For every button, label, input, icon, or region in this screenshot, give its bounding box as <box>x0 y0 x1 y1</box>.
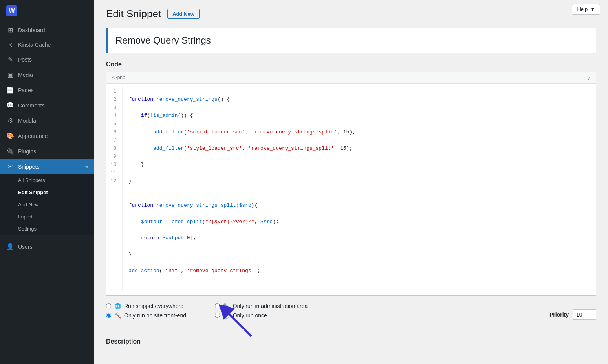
users-icon: 👤 <box>6 243 14 250</box>
sidebar-item-label: Snippets <box>18 164 39 170</box>
sidebar-item-comments[interactable]: 💬 Comments <box>0 98 94 113</box>
run-option-admin[interactable]: 🔧 Only run in administration area <box>215 303 308 309</box>
sidebar-item-label: Posts <box>18 56 32 63</box>
run-option-frontend[interactable]: 🔨 Only run on site front-end <box>106 312 199 318</box>
submenu-edit-snippet[interactable]: Edit Snippet <box>0 186 94 198</box>
add-new-button[interactable]: Add New <box>167 9 200 19</box>
sidebar-item-label: Users <box>18 244 33 250</box>
code-editor-header: <?php ? <box>106 72 596 84</box>
run-options: 🌐 Run snippet everywhere 🔧 Only run in a… <box>106 303 308 318</box>
run-option-everywhere[interactable]: 🌐 Run snippet everywhere <box>106 303 199 309</box>
description-label: Description <box>106 338 596 345</box>
main-content: Edit Snippet Add New Remove Query String… <box>94 0 608 364</box>
plugins-icon: 🔌 <box>6 147 14 155</box>
code-help-icon[interactable]: ? <box>587 75 590 81</box>
code-body[interactable]: 12345 678910 1112 function remove_query_… <box>106 84 596 295</box>
sidebar-item-modula[interactable]: ⚙ Modula <box>0 113 94 128</box>
code-content[interactable]: function remove_query_strings() { if(!is… <box>123 87 596 291</box>
sidebar-item-kinsta[interactable]: K Kinsta Cache <box>0 38 94 52</box>
sidebar: W ⊞ Dashboard K Kinsta Cache ✎ Posts ▣ M… <box>0 0 94 364</box>
sidebar-item-label: Comments <box>18 102 45 109</box>
dashboard-icon: ⊞ <box>6 26 14 34</box>
radio-everywhere[interactable] <box>106 303 111 308</box>
submenu-import[interactable]: Import <box>0 211 94 223</box>
sidebar-item-pages[interactable]: 📄 Pages <box>0 82 94 98</box>
sidebar-item-dashboard[interactable]: ⊞ Dashboard <box>0 22 94 38</box>
posts-icon: ✎ <box>6 56 14 63</box>
snippet-title-bar: Remove Query Strings <box>106 28 596 53</box>
sidebar-item-label: Dashboard <box>18 27 45 33</box>
submenu-all-snippets[interactable]: All Snippets <box>0 174 94 186</box>
comments-icon: 💬 <box>6 102 14 109</box>
appearance-icon: 🎨 <box>6 132 14 140</box>
run-option-once[interactable]: 🕐 Only run once <box>215 312 308 318</box>
wordpress-icon: W <box>6 5 17 16</box>
tool-icon: 🔨 <box>114 312 121 318</box>
snippets-icon: ✂ <box>6 163 14 170</box>
sidebar-item-label: Media <box>18 72 33 78</box>
help-button[interactable]: Help ▼ <box>572 4 600 15</box>
sidebar-item-appearance[interactable]: 🎨 Appearance <box>0 128 94 144</box>
run-options-container: 🌐 Run snippet everywhere 🔧 Only run in a… <box>106 303 596 326</box>
code-section-label: Code <box>106 61 596 68</box>
sidebar-brand: W <box>0 0 94 22</box>
run-option-label: Run snippet everywhere <box>124 303 183 309</box>
code-editor[interactable]: <?php ? 12345 678910 1112 function remov… <box>106 72 596 296</box>
radio-admin[interactable] <box>215 303 220 308</box>
clock-icon: 🕐 <box>223 312 230 318</box>
pages-icon: 📄 <box>6 86 14 94</box>
chevron-down-icon: ▼ <box>590 6 595 12</box>
radio-once[interactable] <box>215 313 220 318</box>
priority-section: Priority <box>549 309 596 320</box>
modula-icon: ⚙ <box>6 117 14 124</box>
priority-input[interactable] <box>573 309 596 320</box>
globe-icon: 🌐 <box>114 303 121 309</box>
priority-label: Priority <box>549 311 569 318</box>
page-header: Edit Snippet Add New <box>106 8 596 20</box>
sidebar-item-label: Plugins <box>18 148 36 155</box>
sidebar-item-label: Appearance <box>18 133 48 139</box>
sidebar-item-label: Modula <box>18 118 36 124</box>
run-option-label: Only run in administration area <box>233 303 308 309</box>
page-title: Edit Snippet <box>106 8 161 20</box>
collapse-icon: ◀ <box>85 164 88 169</box>
snippet-title: Remove Query Strings <box>115 35 588 46</box>
sidebar-item-plugins[interactable]: 🔌 Plugins <box>0 144 94 159</box>
kinsta-icon: K <box>6 42 14 48</box>
sidebar-item-snippets[interactable]: ✂ Snippets ◀ <box>0 159 94 174</box>
wrench-icon: 🔧 <box>223 303 230 309</box>
sidebar-item-posts[interactable]: ✎ Posts <box>0 52 94 67</box>
line-numbers: 12345 678910 1112 <box>106 87 123 291</box>
submenu-settings[interactable]: Settings <box>0 223 94 235</box>
media-icon: ▣ <box>6 71 14 78</box>
radio-frontend[interactable] <box>106 313 111 318</box>
sidebar-item-label: Kinsta Cache <box>18 42 51 48</box>
code-lang-hint: <?php <box>112 75 125 80</box>
snippets-submenu: All Snippets Edit Snippet Add New Import… <box>0 174 94 235</box>
sidebar-item-media[interactable]: ▣ Media <box>0 67 94 82</box>
help-label: Help <box>577 6 588 12</box>
submenu-add-new[interactable]: Add New <box>0 198 94 211</box>
sidebar-item-users[interactable]: 👤 Users <box>0 239 94 254</box>
run-option-label: Only run on site front-end <box>124 312 186 318</box>
run-option-label: Only run once <box>233 312 267 318</box>
sidebar-item-label: Pages <box>18 87 34 93</box>
